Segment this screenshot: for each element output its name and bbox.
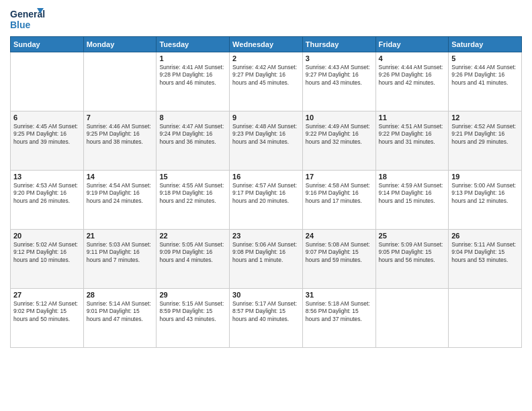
day-number: 31 xyxy=(306,291,373,299)
day-info: Sunrise: 4:42 AM Sunset: 9:27 PM Dayligh… xyxy=(232,64,300,87)
day-number: 18 xyxy=(379,173,446,181)
day-number: 30 xyxy=(232,291,300,299)
day-info: Sunrise: 5:06 AM Sunset: 9:08 PM Dayligh… xyxy=(232,241,300,264)
day-info: Sunrise: 4:54 AM Sunset: 9:19 PM Dayligh… xyxy=(87,182,154,205)
calendar-cell: 15Sunrise: 4:55 AM Sunset: 9:18 PM Dayli… xyxy=(157,171,230,230)
calendar-cell: 18Sunrise: 4:59 AM Sunset: 9:14 PM Dayli… xyxy=(375,171,449,230)
weekday-header-saturday: Saturday xyxy=(449,37,522,52)
day-info: Sunrise: 4:58 AM Sunset: 9:16 PM Dayligh… xyxy=(306,182,373,205)
day-info: Sunrise: 4:51 AM Sunset: 9:22 PM Dayligh… xyxy=(379,123,446,146)
calendar-cell: 2Sunrise: 4:42 AM Sunset: 9:27 PM Daylig… xyxy=(230,52,303,111)
day-number: 28 xyxy=(87,291,154,299)
day-info: Sunrise: 4:49 AM Sunset: 9:22 PM Dayligh… xyxy=(306,123,373,146)
day-info: Sunrise: 4:55 AM Sunset: 9:18 PM Dayligh… xyxy=(159,182,226,205)
day-number: 27 xyxy=(13,291,81,299)
calendar-cell xyxy=(83,52,157,111)
day-info: Sunrise: 5:18 AM Sunset: 8:56 PM Dayligh… xyxy=(306,300,373,323)
calendar-cell: 21Sunrise: 5:03 AM Sunset: 9:11 PM Dayli… xyxy=(83,230,157,289)
day-number: 25 xyxy=(379,232,446,240)
calendar-cell: 25Sunrise: 5:09 AM Sunset: 9:05 PM Dayli… xyxy=(375,230,449,289)
day-info: Sunrise: 5:08 AM Sunset: 9:07 PM Dayligh… xyxy=(306,241,373,264)
calendar-table: SundayMondayTuesdayWednesdayThursdayFrid… xyxy=(10,36,522,348)
page-header: GeneralBlue xyxy=(10,7,522,31)
calendar-cell: 4Sunrise: 4:44 AM Sunset: 9:26 PM Daylig… xyxy=(375,52,449,111)
day-info: Sunrise: 4:53 AM Sunset: 9:20 PM Dayligh… xyxy=(13,182,81,205)
day-number: 26 xyxy=(451,232,519,240)
day-number: 16 xyxy=(232,173,300,181)
calendar-week-row: 20Sunrise: 5:02 AM Sunset: 9:12 PM Dayli… xyxy=(11,230,522,289)
day-number: 8 xyxy=(159,113,226,122)
day-info: Sunrise: 4:44 AM Sunset: 9:26 PM Dayligh… xyxy=(451,64,519,87)
day-number: 11 xyxy=(379,113,446,122)
day-info: Sunrise: 4:52 AM Sunset: 9:21 PM Dayligh… xyxy=(451,123,519,146)
calendar-week-row: 27Sunrise: 5:12 AM Sunset: 9:02 PM Dayli… xyxy=(11,289,522,348)
day-info: Sunrise: 5:11 AM Sunset: 9:04 PM Dayligh… xyxy=(451,241,519,264)
weekday-header-thursday: Thursday xyxy=(302,37,375,52)
calendar-cell: 22Sunrise: 5:05 AM Sunset: 9:09 PM Dayli… xyxy=(157,230,230,289)
calendar-cell: 7Sunrise: 4:46 AM Sunset: 9:25 PM Daylig… xyxy=(83,111,157,171)
calendar-cell: 13Sunrise: 4:53 AM Sunset: 9:20 PM Dayli… xyxy=(11,171,84,230)
day-info: Sunrise: 4:47 AM Sunset: 9:24 PM Dayligh… xyxy=(159,123,226,146)
weekday-header-friday: Friday xyxy=(375,37,449,52)
day-info: Sunrise: 4:59 AM Sunset: 9:14 PM Dayligh… xyxy=(379,182,446,205)
weekday-header-monday: Monday xyxy=(83,37,157,52)
calendar-cell: 1Sunrise: 4:41 AM Sunset: 9:28 PM Daylig… xyxy=(157,52,230,111)
day-info: Sunrise: 5:12 AM Sunset: 9:02 PM Dayligh… xyxy=(13,300,81,323)
day-info: Sunrise: 4:43 AM Sunset: 9:27 PM Dayligh… xyxy=(306,64,373,87)
day-number: 15 xyxy=(159,173,226,181)
day-info: Sunrise: 4:44 AM Sunset: 9:26 PM Dayligh… xyxy=(379,64,446,87)
day-number: 6 xyxy=(13,113,81,122)
day-info: Sunrise: 4:48 AM Sunset: 9:23 PM Dayligh… xyxy=(232,123,300,146)
day-number: 9 xyxy=(232,113,300,122)
weekday-header-row: SundayMondayTuesdayWednesdayThursdayFrid… xyxy=(11,37,522,52)
calendar-cell: 3Sunrise: 4:43 AM Sunset: 9:27 PM Daylig… xyxy=(302,52,375,111)
day-number: 19 xyxy=(451,173,519,181)
day-number: 4 xyxy=(379,54,446,62)
calendar-cell: 6Sunrise: 4:45 AM Sunset: 9:25 PM Daylig… xyxy=(11,111,84,171)
calendar-cell: 12Sunrise: 4:52 AM Sunset: 9:21 PM Dayli… xyxy=(449,111,522,171)
calendar-cell: 16Sunrise: 4:57 AM Sunset: 9:17 PM Dayli… xyxy=(230,171,303,230)
calendar-cell: 23Sunrise: 5:06 AM Sunset: 9:08 PM Dayli… xyxy=(230,230,303,289)
day-number: 12 xyxy=(451,113,519,122)
weekday-header-wednesday: Wednesday xyxy=(230,37,303,52)
calendar-cell: 31Sunrise: 5:18 AM Sunset: 8:56 PM Dayli… xyxy=(302,289,375,348)
calendar-cell: 24Sunrise: 5:08 AM Sunset: 9:07 PM Dayli… xyxy=(302,230,375,289)
day-info: Sunrise: 5:09 AM Sunset: 9:05 PM Dayligh… xyxy=(379,241,446,264)
calendar-cell: 29Sunrise: 5:15 AM Sunset: 8:59 PM Dayli… xyxy=(157,289,230,348)
calendar-cell: 28Sunrise: 5:14 AM Sunset: 9:01 PM Dayli… xyxy=(83,289,157,348)
day-info: Sunrise: 4:45 AM Sunset: 9:25 PM Dayligh… xyxy=(13,123,81,146)
logo-svg: GeneralBlue xyxy=(10,7,45,31)
calendar-cell: 27Sunrise: 5:12 AM Sunset: 9:02 PM Dayli… xyxy=(11,289,84,348)
logo: GeneralBlue xyxy=(10,7,45,31)
day-number: 13 xyxy=(13,173,81,181)
day-number: 14 xyxy=(87,173,154,181)
day-info: Sunrise: 4:57 AM Sunset: 9:17 PM Dayligh… xyxy=(232,182,300,205)
day-number: 24 xyxy=(306,232,373,240)
day-info: Sunrise: 5:05 AM Sunset: 9:09 PM Dayligh… xyxy=(159,241,226,264)
day-number: 23 xyxy=(232,232,300,240)
day-number: 7 xyxy=(87,113,154,122)
day-info: Sunrise: 5:02 AM Sunset: 9:12 PM Dayligh… xyxy=(13,241,81,264)
calendar-week-row: 13Sunrise: 4:53 AM Sunset: 9:20 PM Dayli… xyxy=(11,171,522,230)
weekday-header-tuesday: Tuesday xyxy=(157,37,230,52)
weekday-header-sunday: Sunday xyxy=(11,37,84,52)
calendar-cell: 14Sunrise: 4:54 AM Sunset: 9:19 PM Dayli… xyxy=(83,171,157,230)
calendar-cell xyxy=(11,52,84,111)
day-info: Sunrise: 5:00 AM Sunset: 9:13 PM Dayligh… xyxy=(451,182,519,205)
day-number: 29 xyxy=(159,291,226,299)
day-number: 5 xyxy=(451,54,519,62)
calendar-cell: 20Sunrise: 5:02 AM Sunset: 9:12 PM Dayli… xyxy=(11,230,84,289)
calendar-cell xyxy=(449,289,522,348)
svg-text:Blue: Blue xyxy=(10,19,31,30)
day-number: 3 xyxy=(306,54,373,62)
day-info: Sunrise: 4:46 AM Sunset: 9:25 PM Dayligh… xyxy=(87,123,154,146)
calendar-week-row: 6Sunrise: 4:45 AM Sunset: 9:25 PM Daylig… xyxy=(11,111,522,171)
calendar-cell: 11Sunrise: 4:51 AM Sunset: 9:22 PM Dayli… xyxy=(375,111,449,171)
calendar-cell: 30Sunrise: 5:17 AM Sunset: 8:57 PM Dayli… xyxy=(230,289,303,348)
day-info: Sunrise: 5:15 AM Sunset: 8:59 PM Dayligh… xyxy=(159,300,226,323)
day-number: 21 xyxy=(87,232,154,240)
day-number: 1 xyxy=(159,54,226,62)
day-info: Sunrise: 5:14 AM Sunset: 9:01 PM Dayligh… xyxy=(87,300,154,323)
calendar-cell: 19Sunrise: 5:00 AM Sunset: 9:13 PM Dayli… xyxy=(449,171,522,230)
calendar-cell: 8Sunrise: 4:47 AM Sunset: 9:24 PM Daylig… xyxy=(157,111,230,171)
